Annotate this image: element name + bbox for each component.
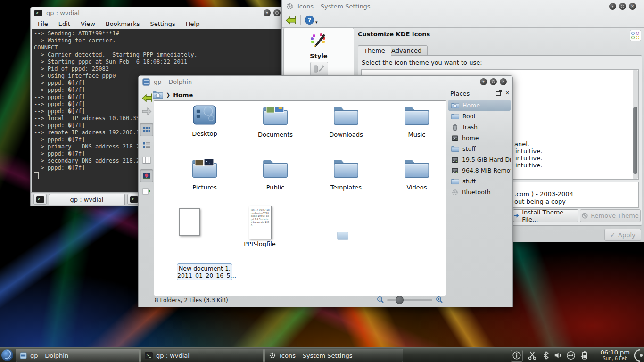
check-icon: ✓ bbox=[610, 231, 615, 239]
panel-cashew-icon[interactable] bbox=[634, 349, 644, 362]
zoom-slider-handle[interactable] bbox=[396, 296, 404, 304]
places-item-trash[interactable]: Trash bbox=[448, 122, 511, 132]
folder-item-music[interactable]: Music bbox=[388, 105, 445, 138]
klipper-scissors-icon[interactable] bbox=[528, 351, 537, 360]
tab-theme[interactable]: Theme bbox=[358, 45, 391, 56]
folder-item-templates[interactable]: Templates bbox=[318, 157, 374, 191]
menu-bookmarks[interactable]: Bookmarks bbox=[106, 20, 140, 27]
places-item-bluetooth[interactable]: Bluetooth bbox=[448, 187, 511, 197]
file-item-ppp-icon[interactable]: Jan 17 09:47:18 gp-Aspire-5738 pppd[1946… bbox=[249, 206, 272, 239]
folder-item-public[interactable]: Public bbox=[247, 157, 304, 191]
folder-label: Desktop bbox=[176, 130, 233, 137]
places-item-removable[interactable]: 964.8 MiB Remov… bbox=[448, 165, 511, 176]
apply-button[interactable]: ✓ Apply bbox=[604, 229, 641, 241]
theme-list-fragment: intuitive. bbox=[515, 148, 542, 155]
help-button[interactable]: ? bbox=[305, 15, 314, 25]
menu-edit[interactable]: Edit bbox=[58, 20, 70, 27]
theme-list-fragment: intuitive. bbox=[515, 162, 542, 169]
split-view-button[interactable] bbox=[140, 185, 153, 197]
places-item-harddrive[interactable]: 19.5 GiB Hard Drive bbox=[448, 154, 511, 165]
back-button[interactable] bbox=[285, 14, 297, 25]
scrollbar-thumb[interactable] bbox=[633, 107, 637, 174]
file-item-ppp-label[interactable]: PPP-logfile bbox=[231, 240, 288, 247]
places-item-home-partition[interactable]: home bbox=[448, 132, 511, 143]
places-item-home[interactable]: Home bbox=[448, 100, 511, 111]
breadcrumb-separator: ❯ bbox=[166, 92, 170, 98]
launcher-icon[interactable] bbox=[1, 349, 14, 362]
zoom-out-icon[interactable] bbox=[377, 296, 384, 304]
taskbar: gp – Dolphin >_ gp : wvdial Icons – Syst… bbox=[0, 347, 644, 362]
maximize-button[interactable] bbox=[273, 9, 281, 16]
battery-icon[interactable] bbox=[580, 351, 589, 360]
file-item-newdoc-icon[interactable] bbox=[179, 208, 200, 236]
close-panel-icon[interactable]: ✕ bbox=[505, 91, 510, 96]
sidebar-item-style[interactable]: Style bbox=[284, 32, 354, 59]
zoom-slider-track[interactable] bbox=[387, 299, 432, 301]
toolbar-separator bbox=[142, 120, 151, 120]
close-button[interactable]: ✕ bbox=[629, 3, 636, 10]
folder-item-desktop[interactable]: Desktop bbox=[176, 105, 233, 137]
usb-device-notifier-icon[interactable] bbox=[566, 351, 576, 360]
details-view-button[interactable] bbox=[140, 139, 153, 151]
breadcrumb-home[interactable]: Home bbox=[173, 91, 193, 99]
columns-view-button[interactable] bbox=[140, 154, 153, 166]
hard-drive-icon bbox=[451, 156, 459, 164]
maximize-button[interactable] bbox=[490, 78, 497, 85]
terminal-tab[interactable]: gp : wvdial bbox=[49, 194, 125, 205]
volume-icon[interactable] bbox=[553, 351, 563, 360]
forward-button[interactable] bbox=[141, 106, 152, 117]
style-icon bbox=[309, 32, 328, 49]
taskbar-task-wvdial[interactable]: >_ gp : wvdial bbox=[140, 349, 264, 362]
notifications-icon[interactable] bbox=[512, 351, 521, 360]
float-panel-icon[interactable] bbox=[496, 91, 501, 96]
minimize-button[interactable]: ▾ bbox=[609, 3, 616, 10]
folder-item-documents[interactable]: Documents bbox=[247, 105, 304, 138]
clock[interactable]: 06:10 pm Sun, 6 Feb bbox=[600, 349, 630, 361]
menu-settings[interactable]: Settings bbox=[150, 20, 175, 27]
folder-label: Public bbox=[247, 184, 304, 191]
toolbar-separator bbox=[300, 15, 301, 25]
tools-icon bbox=[314, 65, 325, 73]
hardware-settings-button[interactable] bbox=[310, 62, 328, 76]
folder-icon bbox=[333, 105, 359, 126]
folder-item-pictures[interactable]: Pictures bbox=[176, 157, 233, 191]
minimize-button[interactable]: ▾ bbox=[480, 78, 487, 85]
preview-icon bbox=[142, 172, 151, 180]
zoom-in-icon[interactable] bbox=[436, 296, 443, 304]
maximize-button[interactable] bbox=[619, 3, 626, 10]
close-button[interactable]: ✕ bbox=[500, 78, 507, 85]
home-folder-icon[interactable] bbox=[153, 90, 163, 99]
places-label: Home bbox=[462, 102, 480, 109]
terminal-line: --> Sending: ATDT*99***1# bbox=[34, 30, 282, 37]
file-item-newdoc-selected[interactable]: New document 1. 2011_01_20_16_5… bbox=[177, 263, 232, 280]
places-label: 19.5 GiB Hard Drive bbox=[462, 156, 511, 163]
folder-item-downloads[interactable]: Downloads bbox=[318, 105, 374, 138]
folder-label: Pictures bbox=[176, 184, 233, 191]
tab-advanced[interactable]: Advanced bbox=[385, 45, 428, 56]
places-item-stuff[interactable]: stuff bbox=[448, 143, 511, 154]
settings-titlebar[interactable]: Icons – System Settings ▾ ✕ bbox=[282, 0, 644, 12]
preview-toggle-button[interactable] bbox=[140, 169, 153, 182]
folder-item-videos[interactable]: Videos bbox=[388, 157, 445, 191]
places-panel-controls: ✕ bbox=[496, 91, 510, 96]
menu-help[interactable]: Help bbox=[186, 20, 200, 27]
dolphin-window[interactable]: gp – Dolphin ▾ ✕ ❯ Home bbox=[138, 75, 513, 307]
places-item-stuff2[interactable]: stuff bbox=[448, 176, 511, 187]
bluetooth-icon[interactable] bbox=[541, 351, 551, 360]
settings-window-title: Icons – System Settings bbox=[297, 3, 371, 10]
folder-view[interactable]: Desktop Documents Downloads Music Pictur… bbox=[154, 100, 446, 296]
icons-view-button[interactable] bbox=[140, 123, 153, 136]
taskbar-task-systemsettings[interactable]: Icons – System Settings bbox=[264, 349, 403, 362]
new-tab-button[interactable]: >_ bbox=[33, 194, 47, 205]
dolphin-titlebar[interactable]: gp – Dolphin ▾ ✕ bbox=[139, 76, 512, 88]
install-theme-button[interactable]: Install Theme File... bbox=[513, 209, 578, 222]
minimize-button[interactable]: ▾ bbox=[264, 9, 271, 16]
back-button[interactable] bbox=[141, 92, 153, 103]
menu-view[interactable]: View bbox=[81, 20, 95, 27]
taskbar-task-dolphin[interactable]: gp – Dolphin bbox=[16, 349, 140, 362]
remove-theme-button[interactable]: Remove Theme bbox=[580, 209, 641, 222]
scrollbar[interactable] bbox=[633, 70, 638, 179]
places-item-root[interactable]: Root bbox=[448, 111, 511, 122]
menu-file[interactable]: File bbox=[38, 20, 48, 27]
terminal-titlebar[interactable]: >_ gp : wvdial ▾ bbox=[31, 7, 285, 19]
